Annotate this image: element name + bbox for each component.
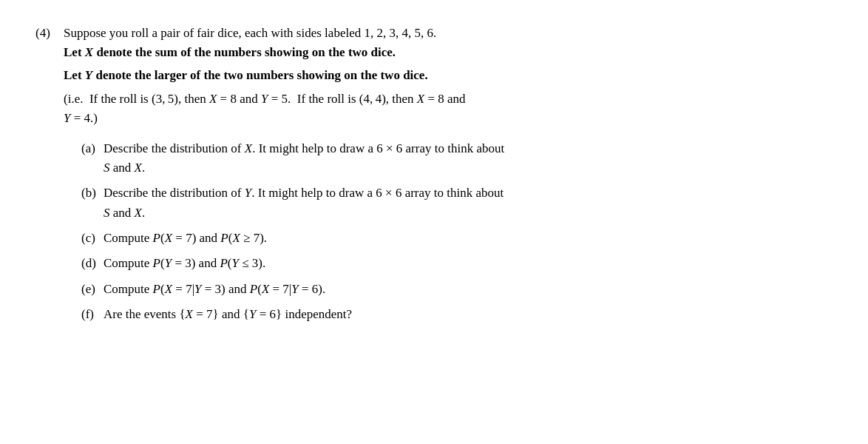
part-f: (f) Are the events {X = 7} and {Y = 6} i… [81, 305, 833, 324]
part-d-label: (d) [81, 254, 104, 273]
part-a-text: Describe the distribution of X. It might… [104, 139, 833, 178]
part-b: (b) Describe the distribution of Y. It m… [81, 184, 833, 223]
part-a-label: (a) [81, 139, 104, 158]
bold-line-2: Let Y denote the larger of the two numbe… [64, 66, 833, 85]
bold-line-1: Let X denote the sum of the numbers show… [64, 43, 833, 62]
part-c-label: (c) [81, 229, 104, 248]
part-e-text: Compute P(X = 7|Y = 3) and P(X = 7|Y = 6… [104, 280, 833, 299]
problem-container: (4) Suppose you roll a pair of fair dice… [35, 24, 833, 330]
part-e: (e) Compute P(X = 7|Y = 3) and P(X = 7|Y… [81, 280, 833, 299]
part-e-label: (e) [81, 280, 104, 299]
problem-number: (4) [35, 24, 64, 43]
part-f-label: (f) [81, 305, 104, 324]
part-b-text: Describe the distribution of Y. It might… [104, 184, 833, 223]
ie-block: (i.e. If the roll is (3, 5), then X = 8 … [64, 90, 833, 129]
part-a: (a) Describe the distribution of X. It m… [81, 139, 833, 178]
intro-line: Suppose you roll a pair of fair dice, ea… [64, 24, 833, 43]
parts-list: (a) Describe the distribution of X. It m… [81, 139, 833, 325]
problem-header: (4) Suppose you roll a pair of fair dice… [35, 24, 833, 330]
part-c: (c) Compute P(X = 7) and P(X ≥ 7). [81, 229, 833, 248]
part-c-text: Compute P(X = 7) and P(X ≥ 7). [104, 229, 833, 248]
problem-body: Suppose you roll a pair of fair dice, ea… [64, 24, 833, 330]
part-d-text: Compute P(Y = 3) and P(Y ≤ 3). [104, 254, 833, 273]
part-b-label: (b) [81, 184, 104, 203]
part-f-text: Are the events {X = 7} and {Y = 6} indep… [104, 305, 833, 324]
part-d: (d) Compute P(Y = 3) and P(Y ≤ 3). [81, 254, 833, 273]
